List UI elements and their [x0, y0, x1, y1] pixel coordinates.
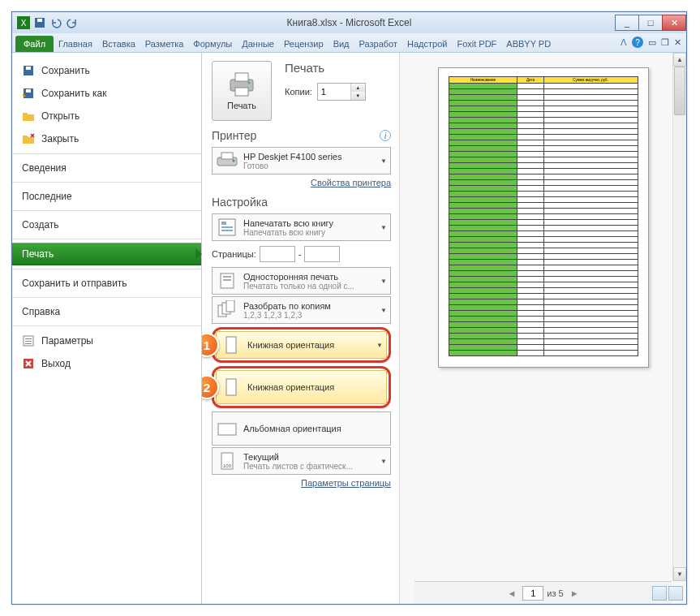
sidebar-recent[interactable]: Последние [12, 186, 201, 207]
pages-range-row: Страницы: - [212, 246, 391, 262]
backstage-sidebar: Сохранить Сохранить как Открыть Закрыть … [12, 53, 202, 604]
tab-developer[interactable]: Разработ [354, 36, 402, 52]
chevron-down-icon: ▼ [376, 342, 383, 349]
quick-access-toolbar: X [12, 16, 79, 29]
tab-insert[interactable]: Вставка [97, 36, 140, 52]
print-what-combo[interactable]: Напечатать всю книгуНапечатать всю книгу… [212, 213, 391, 241]
svg-rect-29 [223, 276, 231, 278]
titlebar: X Книга8.xlsx - Microsoft Excel _ □ ✕ [12, 12, 686, 33]
close-button[interactable]: ✕ [662, 15, 686, 31]
copies-input[interactable] [318, 84, 350, 100]
app-window: X Книга8.xlsx - Microsoft Excel _ □ ✕ Фа… [11, 11, 687, 605]
tab-abbyy[interactable]: ABBYY PD [501, 36, 556, 52]
folder-open-icon [22, 110, 35, 123]
tab-review[interactable]: Рецензир [279, 36, 329, 52]
tab-addins[interactable]: Надстрой [402, 36, 452, 52]
ribbon-tabs: Файл Главная Вставка Разметка Формулы Да… [12, 33, 686, 53]
page-number-input[interactable] [522, 586, 543, 601]
scroll-up-icon[interactable]: ▲ [673, 53, 686, 67]
ribbon-help-area: ᐱ ? ▭ ❐ ✕ [621, 37, 681, 48]
printer-section-title: Принтерi [212, 129, 391, 142]
prev-page-button[interactable]: ◄ [504, 588, 519, 598]
tab-foxit[interactable]: Foxit PDF [452, 36, 501, 52]
sidebar-print[interactable]: Печать [12, 243, 201, 265]
show-margins-icon[interactable] [652, 586, 667, 601]
copies-label: Копии: [285, 87, 312, 97]
excel-icon: X [17, 16, 30, 29]
svg-rect-27 [221, 230, 233, 231]
sidebar-close[interactable]: Закрыть [12, 127, 201, 150]
preview-table: Наименование Дата Сумма выручки, руб. [449, 76, 638, 356]
spinner-down-icon[interactable]: ▼ [351, 92, 365, 100]
sidebar-new[interactable]: Создать [12, 214, 201, 235]
tab-layout[interactable]: Разметка [140, 36, 189, 52]
chevron-down-icon: ▼ [380, 278, 387, 285]
scroll-thumb[interactable] [674, 67, 685, 115]
svg-rect-33 [226, 300, 234, 312]
sidebar-saveas[interactable]: Сохранить как [12, 82, 201, 105]
pages-from-input[interactable] [260, 246, 295, 262]
minimize-button[interactable]: _ [615, 15, 639, 31]
svg-rect-22 [221, 153, 233, 159]
page-setup-link[interactable]: Параметры страницы [212, 478, 391, 488]
orientation-option-landscape[interactable]: Альбомная ориентация [212, 411, 391, 446]
redo-icon[interactable] [66, 16, 79, 29]
zoom-page-icon[interactable] [668, 586, 683, 601]
svg-rect-19 [235, 88, 248, 96]
window-buttons: _ □ ✕ [616, 15, 686, 31]
tab-home[interactable]: Главная [54, 36, 97, 52]
tab-file[interactable]: Файл [15, 36, 54, 52]
printer-device-icon [216, 151, 238, 170]
print-big-button[interactable]: Печать [212, 61, 272, 121]
sidebar-info[interactable]: Сведения [12, 157, 201, 179]
spinner-up-icon[interactable]: ▲ [351, 84, 365, 92]
scroll-down-icon[interactable]: ▼ [673, 567, 686, 581]
orientation-combo[interactable]: Книжная ориентация ▼ [216, 331, 387, 359]
pages-to-input[interactable] [304, 246, 340, 262]
ribbon-minimize-icon[interactable]: ᐱ [621, 37, 627, 48]
print-settings-pane: Печать Печать Копии: ▲▼ Принтерi HP [202, 53, 400, 604]
undo-icon[interactable] [49, 16, 62, 29]
collate-combo[interactable]: Разобрать по копиям1,2,3 1,2,3 1,2,3 ▼ [212, 296, 391, 324]
tab-data[interactable]: Данные [237, 36, 279, 52]
papersize-combo[interactable]: 100 ТекущийПечать листов с фактическ... … [212, 447, 391, 475]
svg-rect-3 [37, 19, 42, 22]
svg-rect-12 [25, 341, 32, 342]
svg-rect-26 [221, 226, 233, 228]
tab-formulas[interactable]: Формулы [188, 36, 237, 52]
sidebar-share[interactable]: Сохранить и отправить [12, 273, 201, 294]
preview-scrollbar[interactable]: ▲ ▼ [672, 53, 686, 581]
ribbon-close-doc-icon[interactable]: ✕ [674, 37, 681, 48]
sidebar-options[interactable]: Параметры [12, 330, 201, 352]
saveas-icon [22, 87, 35, 100]
sidebar-help[interactable]: Справка [12, 301, 201, 322]
ribbon-restore-icon[interactable]: ❐ [661, 37, 669, 48]
portrait-icon [220, 335, 243, 355]
sides-combo[interactable]: Односторонняя печатьПечатать только на о… [212, 267, 391, 295]
svg-rect-35 [226, 379, 236, 395]
printer-properties-link[interactable]: Свойства принтера [212, 178, 391, 187]
chevron-down-icon: ▼ [380, 458, 387, 465]
orientation-option-portrait[interactable]: Книжная ориентация [216, 370, 387, 404]
backstage-workarea: Сохранить Сохранить как Открыть Закрыть … [12, 53, 686, 604]
next-page-button[interactable]: ► [567, 588, 582, 598]
ribbon-min-window-icon[interactable]: ▭ [648, 37, 656, 48]
portrait-icon [220, 377, 243, 397]
printer-combo[interactable]: HP Deskjet F4100 seriesГотово ▼ [212, 147, 391, 174]
tab-view[interactable]: Вид [329, 36, 354, 52]
svg-rect-11 [25, 338, 32, 339]
chevron-down-icon: ▼ [380, 307, 387, 314]
page-of-label: из 5 [547, 588, 563, 598]
maximize-button[interactable]: □ [638, 15, 663, 31]
sidebar-save[interactable]: Сохранить [12, 59, 201, 82]
sidebar-exit[interactable]: Выход [12, 352, 201, 375]
copies-spinner[interactable]: ▲▼ [317, 83, 366, 101]
save-icon[interactable] [33, 16, 46, 29]
svg-rect-34 [226, 337, 236, 353]
svg-rect-36 [218, 424, 236, 435]
help-icon[interactable]: ? [632, 37, 643, 48]
preview-page: Наименование Дата Сумма выручки, руб. [438, 67, 649, 368]
info-icon[interactable]: i [380, 130, 391, 141]
svg-rect-25 [221, 222, 226, 225]
sidebar-open[interactable]: Открыть [12, 105, 201, 127]
